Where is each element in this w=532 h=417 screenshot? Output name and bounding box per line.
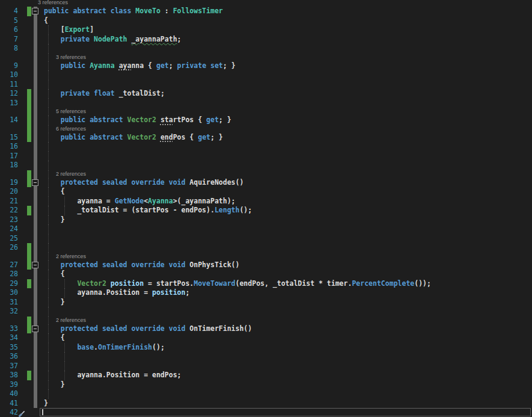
line-number[interactable]: 15 bbox=[0, 133, 18, 143]
line-number[interactable]: 41 bbox=[0, 399, 18, 409]
line-number[interactable]: 5 bbox=[0, 16, 18, 26]
code-line-text[interactable]: _totalDist = (startPos - endPos).Length(… bbox=[44, 206, 252, 215]
line-number[interactable]: 39 bbox=[0, 380, 18, 390]
outlining-margin-bar bbox=[34, 80, 37, 90]
code-line-text[interactable]: protected sealed override void OnTimerFi… bbox=[44, 324, 252, 334]
code-line-row: 10 bbox=[0, 70, 532, 80]
code-token: ayanna.Position = endPos; bbox=[44, 371, 181, 379]
outlining-margin-bar bbox=[34, 25, 37, 35]
code-line-row: 30 ayanna.Position = position; bbox=[0, 288, 532, 298]
line-number[interactable]: 26 bbox=[0, 243, 18, 253]
code-token: NodePath bbox=[94, 35, 131, 43]
code-line-text[interactable]: private float _totalDist; bbox=[44, 89, 165, 99]
line-number[interactable]: 18 bbox=[0, 161, 18, 170]
indent-guide bbox=[48, 317, 49, 324]
line-number[interactable]: 30 bbox=[0, 288, 18, 298]
line-number[interactable]: 19 bbox=[0, 178, 18, 188]
collapse-region-button[interactable] bbox=[32, 262, 38, 268]
codelens-references-link[interactable]: 3 references bbox=[56, 54, 86, 61]
codelens-references-link[interactable]: 6 references bbox=[56, 125, 86, 133]
line-number[interactable]: 38 bbox=[0, 371, 18, 380]
line-number[interactable]: 25 bbox=[0, 234, 18, 244]
line-number[interactable]: 21 bbox=[0, 197, 18, 206]
indent-guide bbox=[48, 152, 49, 161]
line-number[interactable]: 27 bbox=[0, 261, 18, 270]
code-line-text[interactable]: public abstract Vector2 endPos { get; } bbox=[44, 133, 223, 143]
code-line-text[interactable]: { bbox=[44, 333, 65, 343]
collapse-region-button[interactable] bbox=[32, 326, 38, 332]
line-number[interactable]: 32 bbox=[0, 307, 18, 317]
line-number[interactable]: 31 bbox=[0, 298, 18, 307]
code-line-text[interactable]: } bbox=[44, 215, 65, 225]
code-line-text[interactable]: public abstract Vector2 startPos { get; … bbox=[44, 116, 231, 125]
code-line-text[interactable]: Vector2 position = startPos.MoveToward(e… bbox=[44, 279, 431, 289]
line-number[interactable]: 9 bbox=[0, 61, 18, 71]
change-tracking-bar bbox=[27, 243, 31, 253]
code-line-text[interactable]: } bbox=[44, 380, 65, 390]
code-line-text[interactable]: public Ayanna ayanna { get; private set;… bbox=[44, 61, 236, 71]
line-number[interactable]: 23 bbox=[0, 215, 18, 225]
code-line-text[interactable]: ayanna.Position = endPos; bbox=[44, 371, 181, 380]
line-number[interactable]: 20 bbox=[0, 187, 18, 197]
code-line-row: 38 ayanna.Position = endPos; bbox=[0, 371, 532, 380]
code-line-text[interactable]: private NodePath _ayannaPath; bbox=[44, 35, 182, 45]
code-line-text[interactable]: base.OnTimerFinish(); bbox=[44, 343, 165, 353]
code-line-text[interactable]: { bbox=[44, 270, 65, 279]
code-line-text[interactable]: protected sealed override void AquireNod… bbox=[44, 178, 243, 188]
code-token bbox=[44, 116, 61, 124]
line-number[interactable]: 11 bbox=[0, 80, 18, 90]
outlining-margin-bar bbox=[34, 89, 37, 99]
indent-guide bbox=[48, 362, 49, 371]
line-number[interactable]: 33 bbox=[0, 324, 18, 334]
line-number[interactable]: 35 bbox=[0, 343, 18, 353]
outlining-margin-bar bbox=[34, 142, 37, 152]
codelens-references-link[interactable]: 2 references bbox=[56, 317, 86, 324]
line-number[interactable]: 36 bbox=[0, 352, 18, 362]
outlining-margin-bar bbox=[34, 298, 37, 307]
code-line-text[interactable]: } bbox=[44, 298, 65, 307]
line-number[interactable]: 8 bbox=[0, 44, 18, 54]
line-number[interactable]: 29 bbox=[0, 279, 18, 289]
line-number[interactable]: 22 bbox=[0, 206, 18, 215]
codelens-references-link[interactable]: 3 references bbox=[38, 0, 68, 7]
code-line-text[interactable]: { bbox=[44, 187, 65, 197]
change-tracking-bar bbox=[27, 170, 31, 178]
outlining-margin-bar bbox=[34, 99, 37, 108]
outlining-margin-bar bbox=[34, 333, 37, 343]
outlining-margin-bar bbox=[34, 206, 37, 215]
line-number[interactable]: 6 bbox=[0, 25, 18, 35]
codelens-references-link[interactable]: 2 references bbox=[56, 253, 86, 261]
codelens-references-link[interactable]: 2 references bbox=[56, 170, 86, 178]
outlining-margin-bar bbox=[34, 307, 37, 317]
code-line-text[interactable]: ayanna.Position = position; bbox=[44, 288, 189, 298]
line-number[interactable]: 7 bbox=[0, 35, 18, 45]
line-number[interactable]: 40 bbox=[0, 389, 18, 399]
outlining-margin-bar bbox=[34, 224, 37, 234]
line-number[interactable]: 4 bbox=[0, 7, 18, 16]
code-line-text[interactable]: protected sealed override void OnPhysTic… bbox=[44, 261, 239, 270]
line-number[interactable]: 28 bbox=[0, 270, 18, 279]
code-line-text[interactable]: public abstract class MoveTo : FollowsTi… bbox=[44, 7, 223, 16]
line-number[interactable]: 42 bbox=[0, 408, 18, 417]
line-number[interactable]: 34 bbox=[0, 333, 18, 343]
line-number[interactable]: 12 bbox=[0, 89, 18, 99]
line-number[interactable]: 17 bbox=[0, 152, 18, 161]
code-line-text[interactable]: } bbox=[44, 399, 48, 409]
line-number[interactable]: 24 bbox=[0, 224, 18, 234]
change-tracking-bar bbox=[27, 108, 31, 116]
codelens-references-link[interactable]: 5 references bbox=[56, 108, 86, 116]
collapse-region-button[interactable] bbox=[32, 179, 38, 186]
code-line-text[interactable]: { bbox=[44, 16, 48, 26]
collapse-region-button[interactable] bbox=[32, 8, 38, 14]
line-number[interactable]: 14 bbox=[0, 116, 18, 125]
code-token: Vector2 bbox=[127, 133, 160, 141]
code-line-text[interactable]: [Export] bbox=[44, 25, 94, 35]
line-number[interactable]: 13 bbox=[0, 99, 18, 108]
line-number[interactable]: 16 bbox=[0, 142, 18, 152]
line-number[interactable]: 37 bbox=[0, 362, 18, 371]
code-line-row: 40 bbox=[0, 389, 532, 399]
code-line-text[interactable]: ayanna = GetNode<Ayanna>(_ayannaPath); bbox=[44, 197, 236, 206]
quick-actions-screwdriver-icon[interactable] bbox=[18, 409, 26, 416]
text-caret bbox=[42, 409, 43, 415]
line-number[interactable]: 10 bbox=[0, 70, 18, 80]
